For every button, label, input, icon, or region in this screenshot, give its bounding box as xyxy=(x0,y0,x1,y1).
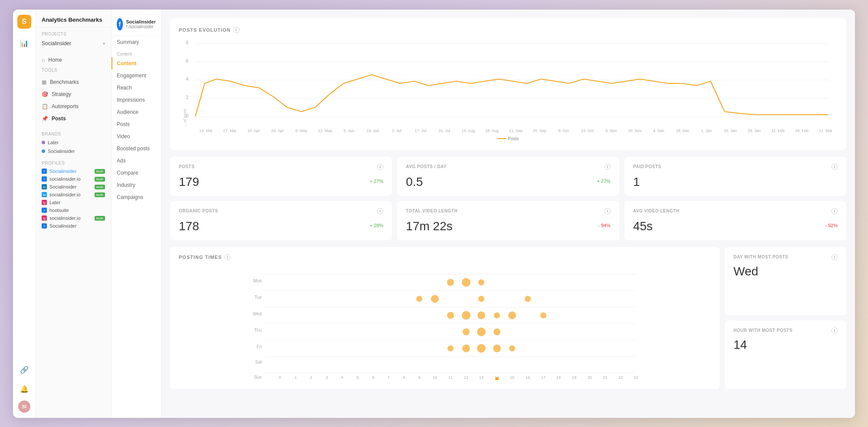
profile-item-7[interactable]: ig socialinsider.io Auth xyxy=(42,214,105,222)
svg-text:18: 18 xyxy=(556,375,561,380)
instagram-icon-1: ig xyxy=(42,200,47,205)
chart-legend: Posts xyxy=(179,136,838,141)
icon-bar: S 📊 🔗 🔔 SI xyxy=(13,10,36,418)
stat-paid-info-icon[interactable]: i xyxy=(832,164,838,170)
stat-card-organic: ORGANIC POSTS i 178 + 28% xyxy=(170,201,392,240)
user-avatar[interactable]: SI xyxy=(18,401,30,413)
legend-line xyxy=(497,138,506,139)
strategy-icon: 🎯 xyxy=(42,91,48,97)
sidebar-item-strategy[interactable]: 🎯 Strategy xyxy=(36,88,111,100)
stat-organic-change: + 28% xyxy=(370,223,384,228)
profile-item-2[interactable]: f socialinsider.io Auth xyxy=(42,175,105,183)
stat-paid-label: PAID POSTS i xyxy=(633,164,838,170)
x-label: 27. Mar xyxy=(218,129,242,133)
posting-times-info-icon[interactable]: i xyxy=(224,254,230,260)
bell-icon[interactable]: 🔔 xyxy=(16,381,32,397)
profile-name-1: Socialinsider xyxy=(49,169,76,174)
brand-later[interactable]: Later xyxy=(42,138,105,147)
x-label: 20. Nov xyxy=(623,129,647,133)
svg-text:9: 9 xyxy=(418,375,420,380)
svg-text:2: 2 xyxy=(310,375,312,380)
stat-avg-info-icon[interactable]: i xyxy=(605,164,611,170)
stat-organic-info-icon[interactable]: i xyxy=(377,208,383,214)
svg-text:21: 21 xyxy=(603,375,607,380)
posts-evolution-section: POSTS EVOLUTION i 8 6 4 2 0 xyxy=(170,18,846,150)
hour-most-posts-label: HOUR WITH MOST POSTS i xyxy=(733,328,838,334)
chart-nav-icon[interactable]: 📊 xyxy=(16,36,32,51)
sub-nav-campaigns[interactable]: Campaigns xyxy=(112,191,161,203)
svg-text:7: 7 xyxy=(387,375,389,380)
brand-dot-later xyxy=(42,141,45,144)
sidebar-item-posts[interactable]: 📌 Posts xyxy=(36,113,111,125)
stat-avg-video-label: AVG VIDEO LENGTH i xyxy=(633,208,838,214)
profile-item-6[interactable]: f hootsuite xyxy=(42,206,105,214)
sub-nav-boosted[interactable]: Boosted posts xyxy=(112,142,161,155)
auth-badge-4: Auth xyxy=(95,192,105,197)
profile-item-5[interactable]: ig Later xyxy=(42,199,105,206)
benchmarks-icon: ▦ xyxy=(42,79,46,85)
svg-text:Mon: Mon xyxy=(253,278,262,283)
x-label: 22. May xyxy=(313,129,337,133)
svg-point-39 xyxy=(477,328,486,336)
profile-item-4[interactable]: tw socialinsider.io Auth xyxy=(42,191,105,199)
hour-most-posts-info-icon[interactable]: i xyxy=(832,328,838,334)
profile-item-3[interactable]: in Socialinsider Auth xyxy=(42,183,105,191)
svg-text:20: 20 xyxy=(588,375,592,380)
x-label: 13. Mar xyxy=(194,129,218,133)
day-most-posts-info-icon[interactable]: i xyxy=(832,254,838,260)
sub-nav-industry[interactable]: Industry xyxy=(112,179,161,191)
sidebar-item-home[interactable]: ⌂ Home xyxy=(36,54,111,66)
stat-avg-video-info-icon[interactable]: i xyxy=(832,208,838,214)
sub-nav-reach[interactable]: Reach xyxy=(112,82,161,94)
facebook-icon: f xyxy=(42,169,47,174)
svg-point-30 xyxy=(478,296,484,302)
x-label: 9. Oct xyxy=(552,129,575,133)
sub-nav-posts[interactable]: Posts xyxy=(112,118,161,130)
day-most-posts-label-text: DAY WITH MOST POSTS xyxy=(733,255,788,259)
x-label: 10. Apr xyxy=(242,129,266,133)
sidebar-item-benchmarks[interactable]: ▦ Benchmarks xyxy=(36,76,111,88)
posts-evolution-title: POSTS EVOLUTION i xyxy=(179,27,838,33)
auth-badge-3: Auth xyxy=(95,185,105,189)
brand-socialinsider[interactable]: Socialinsider xyxy=(42,147,105,156)
sub-nav-impressions[interactable]: Impressions xyxy=(112,94,161,106)
sub-nav-video[interactable]: Video xyxy=(112,130,161,142)
stat-card-avg-video: AVG VIDEO LENGTH i 45s - 92% xyxy=(625,201,846,240)
x-label: 11. Sep xyxy=(504,129,528,133)
sub-nav-content[interactable]: Content xyxy=(112,57,161,70)
svg-point-37 xyxy=(540,312,546,318)
fb-profile-avatar: f xyxy=(117,18,123,30)
sub-nav-audience[interactable]: Audience xyxy=(112,106,161,118)
app-logo[interactable]: S xyxy=(17,15,31,29)
sub-nav-summary[interactable]: Summary xyxy=(112,36,161,48)
x-label: 15. Jan xyxy=(718,129,742,133)
sub-nav-compare[interactable]: Compare xyxy=(112,167,161,179)
sub-nav-profile-name: Socialinsider xyxy=(126,19,156,24)
sidebar-item-autoreports[interactable]: 📋 Autoreports xyxy=(36,100,111,113)
home-icon: ⌂ xyxy=(42,57,45,63)
svg-text:11: 11 xyxy=(448,375,453,380)
link-icon[interactable]: 🔗 xyxy=(16,362,32,378)
right-panel: DAY WITH MOST POSTS i Wed HOUR WITH MOST… xyxy=(725,247,846,389)
stat-label-text-avg-video: AVG VIDEO LENGTH xyxy=(633,209,680,213)
stat-posts-info-icon[interactable]: i xyxy=(377,164,383,170)
facebook-icon-6: f xyxy=(42,208,47,213)
svg-text:... of posts: ... of posts xyxy=(183,109,187,127)
posts-evolution-chart: 8 6 4 2 0 ... of posts xyxy=(179,40,838,127)
projects-section: Projects Socialinsider ▾ xyxy=(36,27,111,50)
posts-evolution-info-icon[interactable]: i xyxy=(233,27,240,33)
profile-item-8[interactable]: f Socialinsider xyxy=(42,222,105,230)
hour-most-posts-value: 14 xyxy=(733,338,838,352)
stat-paid-value: 1 xyxy=(633,175,838,189)
stat-posts-label: POSTS i xyxy=(179,164,383,170)
sub-nav-engagement[interactable]: Engagement xyxy=(112,70,161,82)
tools-section: ⌂ Home TOOLS ▦ Benchmarks 🎯 Strategy 📋 A… xyxy=(36,50,111,128)
stat-total-video-info-icon[interactable]: i xyxy=(605,208,611,214)
auth-badge-1: Auth xyxy=(95,169,105,174)
profile-item-1[interactable]: f Socialinsider Auth xyxy=(42,167,105,175)
project-item[interactable]: Socialinsider ▾ xyxy=(42,38,105,49)
main-content: POSTS EVOLUTION i 8 6 4 2 0 xyxy=(161,10,855,418)
sub-nav-ads[interactable]: Ads xyxy=(112,155,161,167)
day-most-posts-label: DAY WITH MOST POSTS i xyxy=(733,254,838,260)
brand-dot-socialinsider xyxy=(42,149,45,153)
